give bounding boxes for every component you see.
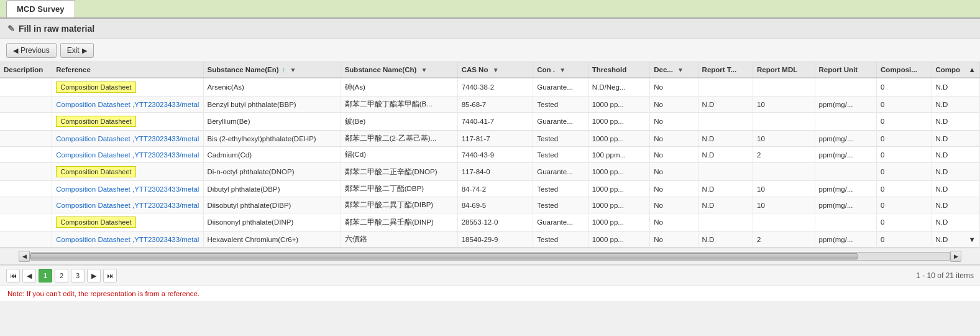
table-header-row: Description Reference Substance Name(En)… [0,62,980,78]
scroll-down-icon[interactable]: ▼ [969,236,976,243]
cell-report-unit: ppm(mg/... [815,96,877,113]
cell-con: Tested [533,181,588,197]
pagination-row: ⏮ ◀ 1 2 3 ▶ ⏭ 1 - 10 of 21 items [0,265,980,286]
cell-substance-en: Arsenic(As) [203,78,341,96]
cell-substance-ch: 鄰苯二甲酸二異丁酯(DIBP) [341,197,457,213]
filter-substance-en-icon[interactable]: ▼ [290,67,296,73]
cell-reference[interactable]: Composition Datasheet ,YTT23023433/metal [52,181,203,197]
cell-reference[interactable]: Composition Datasheet ,YTT23023433/metal [52,96,203,113]
reference-badge[interactable]: Composition Datasheet [56,166,135,177]
cell-substance-en: Dibutyl phthalate(DBP) [203,181,341,197]
cell-compo1: 0 [877,197,932,213]
reference-badge[interactable]: Composition Datasheet [56,217,135,228]
col-report-t-label: Report T... [702,66,737,73]
page-2-button[interactable]: 2 [55,269,68,282]
cell-cas-no: 117-84-0 [457,163,533,181]
scroll-left-button[interactable]: ◀ [19,251,30,262]
cell-compo2: N.D [932,181,980,197]
col-header-report-t: Report T... [698,62,753,78]
reference-link[interactable]: Composition Datasheet ,YTT23023433/metal [56,101,199,108]
cell-report-unit [815,78,877,96]
exit-button[interactable]: Exit ▶ [60,43,94,58]
page-next-button[interactable]: ▶ [87,269,101,282]
cell-reference[interactable]: Composition Datasheet ,YTT23023433/metal [52,147,203,163]
cell-substance-ch: 鄰苯二甲酸二丁酯(DBP) [341,181,457,197]
cell-substance-en: Diisobutyl phthalate(DIBP) [203,197,341,213]
cell-reference[interactable]: Composition Datasheet ,YTT23023433/metal [52,231,203,248]
cell-substance-ch: 鄰苯二甲酸二異壬酯(DINP) [341,213,457,231]
reference-link[interactable]: Composition Datasheet ,YTT23023433/metal [56,135,199,142]
cell-cas-no: 117-81-7 [457,131,533,147]
col-substance-ch-label: Substance Name(Ch) [345,66,417,73]
page-3-button[interactable]: 3 [71,269,85,282]
col-report-mdl-label: Report MDL [757,66,797,73]
cell-reference[interactable]: Composition Datasheet ,YTT23023433/metal [52,197,203,213]
data-table: Description Reference Substance Name(En)… [0,62,980,248]
cell-reference[interactable]: Composition Datasheet [52,78,203,96]
cell-report-mdl [753,113,815,131]
horizontal-scrollbar[interactable]: ◀ ▶ [0,248,980,265]
col-con-label: Con . [537,66,555,73]
cell-report-unit: ppm(mg/... [815,197,877,213]
page-last-button[interactable]: ⏭ [103,269,117,282]
cell-reference[interactable]: Composition Datasheet ,YTT23023433/metal [52,131,203,147]
reference-link[interactable]: Composition Datasheet ,YTT23023433/metal [56,151,199,159]
col-compo1-label: Composi... [881,66,917,73]
cell-compo1: 0 [877,163,932,181]
toolbar: ◀ Previous Exit ▶ [0,39,980,62]
arrow-left-icon: ◀ [13,47,18,55]
col-substance-en-label: Substance Name(En) [208,66,279,73]
cell-report-t: N.D [698,131,753,147]
cell-report-mdl [753,163,815,181]
filter-con-icon[interactable]: ▼ [559,67,566,73]
table-row: Composition Datasheet ,YTT23023433/metal… [0,231,980,248]
cell-report-unit: ppm(mg/... [815,131,877,147]
page-prev-button[interactable]: ◀ [22,269,36,282]
cell-description [0,231,52,248]
filter-substance-ch-icon[interactable]: ▼ [421,67,428,73]
page-first-button[interactable]: ⏮ [6,269,20,282]
cell-con: Guarante... [533,78,588,96]
cell-report-mdl: 10 [753,96,815,113]
col-reference-label: Reference [56,66,91,73]
cell-report-mdl: 2 [753,147,815,163]
reference-link[interactable]: Composition Datasheet ,YTT23023433/metal [56,236,199,243]
arrow-right-icon: ▶ [82,47,87,55]
tab-mcd-survey[interactable]: MCD Survey [6,0,75,17]
scroll-up-icon[interactable]: ▲ [969,66,976,73]
tab-bar: MCD Survey [0,0,980,19]
cell-reference[interactable]: Composition Datasheet [52,163,203,181]
reference-badge[interactable]: Composition Datasheet [56,82,135,93]
cell-threshold: 100 ppm... [588,147,650,163]
cell-compo2: N.D [932,213,980,231]
cell-report-t: N.D [698,197,753,213]
scroll-track[interactable] [30,252,950,261]
cell-reference[interactable]: Composition Datasheet [52,213,203,231]
col-header-con: Con . ▼ [533,62,588,78]
note-text: Note: If you can't edit, the representat… [7,290,199,297]
cell-substance-en: Cadmium(Cd) [203,147,341,163]
cell-reference[interactable]: Composition Datasheet [52,113,203,131]
reference-link[interactable]: Composition Datasheet ,YTT23023433/metal [56,202,199,209]
scroll-right-button[interactable]: ▶ [950,251,961,262]
cell-compo2: N.D [932,163,980,181]
cell-report-unit [815,163,877,181]
cell-substance-en: Bis (2-ethylhexyl)phthalate(DEHP) [203,131,341,147]
cell-compo2: N.D [932,96,980,113]
filter-dec-icon[interactable]: ▼ [677,67,684,73]
filter-cas-icon[interactable]: ▼ [493,67,499,73]
cell-report-t [698,213,753,231]
table-row: Composition Datasheet ,YTT23023433/metal… [0,96,980,113]
reference-link[interactable]: Composition Datasheet ,YTT23023433/metal [56,185,199,193]
previous-button[interactable]: ◀ Previous [6,43,57,58]
reference-badge[interactable]: Composition Datasheet [56,116,135,127]
cell-description [0,96,52,113]
cell-substance-ch: 鎘(Cd) [341,147,457,163]
table-body: Composition DatasheetArsenic(As)砷(As)744… [0,78,980,248]
page-1-button[interactable]: 1 [39,269,52,282]
cell-threshold: 1000 pp... [588,197,650,213]
sort-asc-icon[interactable]: ↑ [282,66,286,73]
cell-report-t [698,113,753,131]
scroll-thumb[interactable] [30,253,858,259]
cell-compo2: N.D [932,78,980,96]
